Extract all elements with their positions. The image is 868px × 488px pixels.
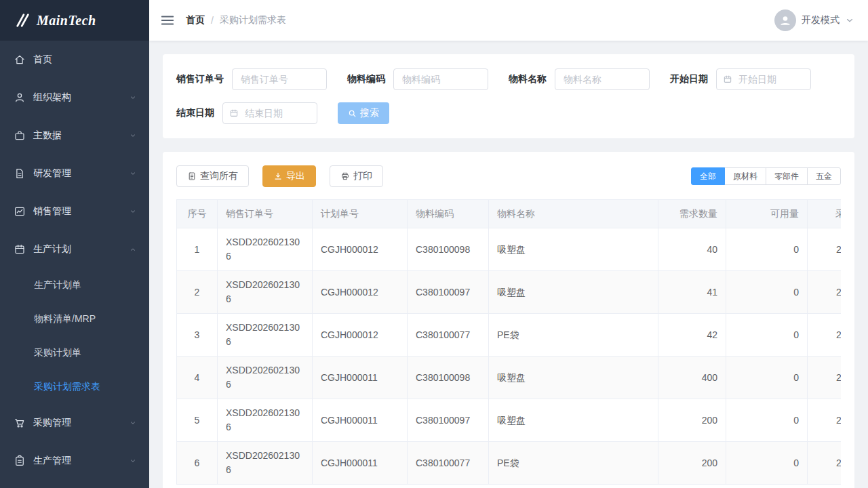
clipboard-icon — [14, 455, 26, 467]
table-cell: 2 — [808, 228, 842, 271]
bag-icon — [14, 129, 26, 142]
table-row[interactable]: 3XSDD2026021306CGJH000012C380100077PE袋42… — [177, 314, 842, 357]
table-cell: XSDD2026021306 — [218, 442, 313, 485]
table-cell: CGJH000011 — [313, 399, 408, 442]
table-cell: 200 — [658, 399, 726, 442]
sidebar-item-label: 销售管理 — [33, 205, 129, 218]
sidebar-item[interactable]: 首页 — [0, 41, 149, 79]
table-cell: 2 — [177, 271, 218, 314]
print-button[interactable]: 打印 — [330, 165, 383, 187]
table-cell: XSDD2026021306 — [218, 228, 313, 271]
table-cell: 2 — [808, 271, 842, 314]
column-header: 需求数量 — [658, 200, 726, 228]
demand-table: 序号销售订单号计划单号物料编码物料名称需求数量可用量采购数量 1XSDD2026… — [176, 199, 841, 485]
search-button[interactable]: 搜索 — [338, 102, 389, 124]
table-cell: CGJH000011 — [313, 357, 408, 399]
table-cell: 42 — [658, 314, 726, 357]
table-cell: 0 — [726, 399, 808, 442]
chevron-down-icon — [129, 169, 137, 178]
chevron-down-icon — [129, 419, 137, 427]
print-label: 打印 — [353, 170, 372, 182]
table-cell: CGJH000012 — [313, 228, 408, 271]
table-row[interactable]: 4XSDD2026021306CGJH000011C380100098吸塑盘40… — [177, 357, 842, 399]
filter-field: 开始日期 — [670, 68, 811, 90]
table-wrapper[interactable]: 序号销售订单号计划单号物料编码物料名称需求数量可用量采购数量 1XSDD2026… — [176, 199, 841, 485]
category-tabs: 全部原材料零部件五金 — [691, 167, 841, 185]
export-button[interactable]: 导出 — [262, 165, 316, 187]
breadcrumb: 首页 / 采购计划需求表 — [186, 14, 286, 26]
filter-label: 开始日期 — [670, 73, 708, 85]
filter-field: 物料名称 — [509, 68, 650, 90]
filter-field: 物料编码 — [347, 68, 488, 90]
filter-input[interactable] — [393, 68, 488, 90]
table-body: 1XSDD2026021306CGJH000012C380100098吸塑盘40… — [177, 228, 842, 485]
query-all-label: 查询所有 — [200, 170, 238, 182]
table-row[interactable]: 6XSDD2026021306CGJH000011C380100077PE袋20… — [177, 442, 842, 485]
sidebar-item[interactable]: 采购管理 — [0, 404, 149, 442]
sidebar-subitem[interactable]: 物料清单/MRP — [0, 302, 149, 336]
table-row[interactable]: 5XSDD2026021306CGJH000011C380100097吸塑盘20… — [177, 399, 842, 442]
table-cell: 吸塑盘 — [489, 399, 658, 442]
filter-field: 结束日期 — [176, 102, 317, 124]
table-cell: C380100097 — [408, 399, 489, 442]
table-cell: 2 — [808, 442, 842, 485]
query-all-button[interactable]: 查询所有 — [176, 165, 249, 187]
filter-label: 物料编码 — [347, 73, 385, 85]
download-icon — [273, 171, 283, 181]
sidebar-item-label: 组织架构 — [33, 92, 129, 104]
user-menu[interactable]: 开发模式 — [774, 9, 854, 31]
table-toolbar: 查询所有 导出 打印 全部原材料零部件五金 — [176, 165, 841, 187]
printer-icon — [340, 171, 350, 181]
sidebar-item[interactable]: 生产管理 — [0, 442, 149, 480]
filter-label: 物料名称 — [509, 73, 547, 85]
sidebar-item[interactable]: 主数据 — [0, 117, 149, 155]
breadcrumb-home[interactable]: 首页 — [186, 14, 205, 26]
chevron-down-icon — [845, 16, 854, 25]
logo-text: MainTech — [37, 13, 96, 28]
doc-icon — [14, 167, 26, 180]
sidebar-item-label: 首页 — [33, 54, 137, 66]
category-tab[interactable]: 零部件 — [766, 167, 808, 185]
table-row[interactable]: 2XSDD2026021306CGJH000012C380100097吸塑盘41… — [177, 271, 842, 314]
category-tab[interactable]: 五金 — [807, 167, 841, 185]
sidebar-item-label: 主数据 — [33, 129, 129, 142]
table-cell: 0 — [726, 228, 808, 271]
sidebar-subitem[interactable]: 生产计划单 — [0, 268, 149, 302]
category-tab[interactable]: 全部 — [691, 167, 725, 185]
table-cell: PE袋 — [489, 314, 658, 357]
category-tab[interactable]: 原材料 — [724, 167, 766, 185]
table-cell: CGJH000012 — [313, 314, 408, 357]
export-label: 导出 — [286, 170, 305, 182]
sidebar-item[interactable]: 组织架构 — [0, 79, 149, 117]
column-header: 销售订单号 — [218, 200, 313, 228]
filter-input[interactable] — [232, 68, 327, 90]
hamburger-menu-icon[interactable] — [160, 13, 175, 28]
table-cell: C380100077 — [408, 442, 489, 485]
sidebar-subitem[interactable]: 采购计划需求表 — [0, 370, 149, 404]
calendar-icon — [14, 243, 26, 256]
sidebar-item[interactable]: 生产计划 — [0, 230, 149, 268]
table-cell: 40 — [658, 228, 726, 271]
table-cell: 0 — [726, 357, 808, 399]
table-cell: 吸塑盘 — [489, 271, 658, 314]
table-cell: 400 — [658, 357, 726, 399]
sidebar-item[interactable]: 研发管理 — [0, 155, 149, 192]
user-icon — [14, 92, 26, 104]
calendar-icon — [723, 75, 732, 84]
table-cell: XSDD2026021306 — [218, 271, 313, 314]
sidebar-menu: 首页组织架构主数据研发管理销售管理生产计划生产计划单物料清单/MRP采购计划单采… — [0, 41, 149, 488]
sidebar-item-label: 生产管理 — [33, 455, 129, 467]
sidebar: MainTech 首页组织架构主数据研发管理销售管理生产计划生产计划单物料清单/… — [0, 0, 149, 488]
logo: MainTech — [0, 0, 149, 41]
sidebar-subitem[interactable]: 采购计划单 — [0, 336, 149, 370]
table-cell: 200 — [658, 442, 726, 485]
column-header: 可用量 — [726, 200, 808, 228]
calendar-icon — [229, 108, 239, 118]
filter-input[interactable] — [555, 68, 650, 90]
page-content: 销售订单号物料编码物料名称开始日期结束日期 搜索 查询所有 导出 打印 — [149, 41, 868, 488]
sidebar-item[interactable]: 销售管理 — [0, 192, 149, 230]
table-row[interactable]: 1XSDD2026021306CGJH000012C380100098吸塑盘40… — [177, 228, 842, 271]
logo-mark-icon — [15, 13, 31, 28]
table-cell: CGJH000012 — [313, 271, 408, 314]
column-header: 物料编码 — [408, 200, 489, 228]
